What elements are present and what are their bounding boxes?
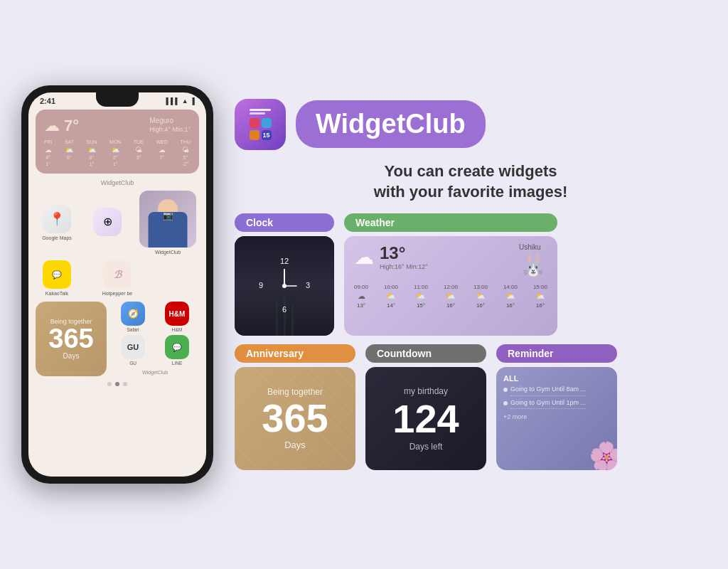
phone-widget-club-label: WidgetClub (36, 179, 199, 186)
anniversary-section: Anniversary Being together 365 Days (235, 344, 355, 470)
cd-number: 124 (392, 399, 459, 439)
phone-minmax: High:4° Min:1° (149, 126, 191, 133)
main-container: 2:41 ▌▌▌ ▲ ▐ ☁ 7° (0, 0, 728, 569)
hm-icon: H&M (165, 302, 189, 326)
weather-days-row: FRI ☁ 4° 1° SAT ⛅ 6° SUN (44, 139, 191, 166)
weather-left: ☁ 7° (44, 117, 79, 135)
wp-hour-1100: 11:00 ⛅ 15° (414, 284, 428, 309)
reminder-badge: Reminder (496, 344, 617, 363)
tagline: You can create widgets with your favorit… (235, 161, 707, 202)
wp-hourly: 09:00 ☁ 13° 10:00 ⛅ 14° 11:00 (354, 284, 547, 309)
anni-days: Days (63, 352, 80, 360)
phone-notch (96, 92, 139, 107)
weather-badge: Weather (344, 213, 557, 232)
wp-temp-block: 13° High:16° Min:12° (380, 243, 428, 270)
wifi-icon: ▲ (182, 97, 188, 105)
phone-photo-widget: 📷 WidgetClub (139, 191, 196, 255)
widgetclub-bottom-label: WidgetClub (111, 370, 199, 375)
safari-label: Safari (127, 327, 139, 332)
phone-b-app[interactable]: ℬ Hotpepper be (99, 260, 136, 296)
safari-app[interactable]: 🧭 Safari (117, 302, 149, 332)
reminder-dot-2 (503, 401, 508, 405)
phone-weather-widget: ☁ 7° Meguro High:4° Min:1° (36, 110, 199, 174)
dot-number: 15 (262, 130, 272, 140)
anniversary-badge: Anniversary (235, 344, 355, 363)
safari-icon: 🧭 (121, 302, 145, 326)
gu-label: GU (129, 361, 136, 366)
weather-day-tue: TUE 🌤 3° (134, 139, 144, 166)
wp-right: Ushiku 🐰 (519, 243, 547, 278)
phone-content: ☁ 7° Meguro High:4° Min:1° (28, 105, 206, 390)
svg-point-6 (282, 284, 287, 288)
weather-day-sat: SAT ⛅ 6° (65, 139, 74, 166)
wp-hour-1400: 14:00 ⛅ 16° (503, 284, 518, 309)
countdown-preview: my birthday 124 Days left (365, 367, 486, 470)
phone-outer: 2:41 ▌▌▌ ▲ ▐ ☁ 7° (21, 85, 213, 484)
wp-hour-1000: 10:00 ⛅ 14° (384, 284, 398, 309)
phone-anniversary-widget: Being together 365 Days (36, 302, 107, 376)
person-photo: 📷 (139, 191, 196, 248)
wp-left: ☁ 13° High:16° Min:12° (354, 243, 428, 270)
line-app[interactable]: 💬 LINE (161, 335, 193, 366)
cd-title: my birthday (404, 386, 448, 396)
phone-temp: 7° (64, 117, 79, 135)
weather-preview: ☁ 13° High:16° Min:12° U (344, 236, 557, 336)
reminder-item-1: Going to Gym Until 8am ... (503, 385, 610, 396)
rabbit-icon: 🐰 (519, 251, 547, 278)
texture-overlay (235, 367, 355, 470)
info-section: 15 WidgetClub You can create widgets wit… (235, 99, 707, 470)
phone-section: 2:41 ▌▌▌ ▲ ▐ ☁ 7° (21, 85, 213, 484)
clock-preview: 12 3 6 9 (235, 236, 334, 336)
phone-kakao-app[interactable]: 💬 KakaoTalk (38, 260, 75, 296)
status-icons: ▌▌▌ ▲ ▐ (166, 97, 195, 105)
line-1 (250, 109, 271, 111)
b-label: Hotpepper be (102, 291, 132, 296)
app-grid-row-2: 💬 KakaoTalk ℬ Hotpepper be (36, 260, 199, 296)
reminder-all-label: ALL (503, 374, 610, 383)
small-app-row-1: 🧭 Safari H&M H&M (111, 302, 199, 332)
line-2 (250, 112, 265, 115)
widget-showcase: Clock 12 3 (235, 213, 707, 470)
phone-maps-app[interactable]: 📍 Google Maps (38, 205, 75, 240)
hm-app[interactable]: H&M H&M (161, 302, 193, 332)
widgetclub-photo-label: WidgetClub (155, 250, 181, 255)
reminder-text-1: Going to Gym Until 8am ... (510, 385, 586, 396)
line-icon: 💬 (165, 335, 189, 359)
app-icon-inner: 15 (250, 109, 272, 140)
kakao-icon: 💬 (43, 260, 71, 289)
widget-row-1: Clock 12 3 (235, 213, 707, 336)
wp-cloud-icon: ☁ (354, 245, 374, 269)
battery-icon: ▐ (191, 97, 195, 105)
phone-thread-app[interactable]: ⊕ (89, 208, 126, 238)
b-icon: ℬ (103, 260, 132, 289)
app-name-badge: WidgetClub (296, 100, 486, 148)
phone-time: 2:41 (40, 97, 55, 105)
small-app-grid: 🧭 Safari H&M H&M GU (111, 302, 199, 375)
wp-temp: 13° (380, 243, 428, 263)
wp-location: Ushiku (519, 243, 547, 251)
app-grid-row-1: 📍 Google Maps ⊕ (36, 191, 199, 255)
dot-3 (123, 382, 127, 386)
clock-svg: 12 3 6 9 (252, 254, 316, 318)
phone-screen: 2:41 ▌▌▌ ▲ ▐ ☁ 7° (28, 92, 206, 477)
wp-minmax: High:16° Min:12° (380, 263, 428, 270)
maps-icon: 📍 (43, 205, 71, 233)
page-dots (36, 382, 199, 386)
reminder-text-2: Going to Gym Until 1pm ... (510, 399, 586, 410)
dot-orange (250, 130, 259, 140)
dot-red (250, 118, 259, 128)
svg-text:9: 9 (259, 281, 263, 289)
gu-app[interactable]: GU GU (117, 335, 149, 366)
hm-label: H&M (172, 327, 182, 332)
clock-badge: Clock (235, 213, 334, 232)
reminder-item-2: Going to Gym Until 1pm ... (503, 399, 610, 410)
weather-day-mon: MON ⛅ 3° 1° (109, 139, 121, 166)
weather-day-sun: SUN ⛅ 8° 1° (87, 139, 97, 166)
line-label: LINE (172, 361, 182, 366)
reminder-more: +2 more (503, 413, 610, 420)
reminder-preview: ALL Going to Gym Until 8am ... Going to … (496, 367, 617, 470)
anni-text-top: Being together (50, 318, 92, 325)
app-header: 15 WidgetClub (235, 99, 707, 150)
bottom-widgets-row: Being together 365 Days 🧭 Safari (36, 302, 199, 376)
icon-lines (250, 109, 271, 115)
